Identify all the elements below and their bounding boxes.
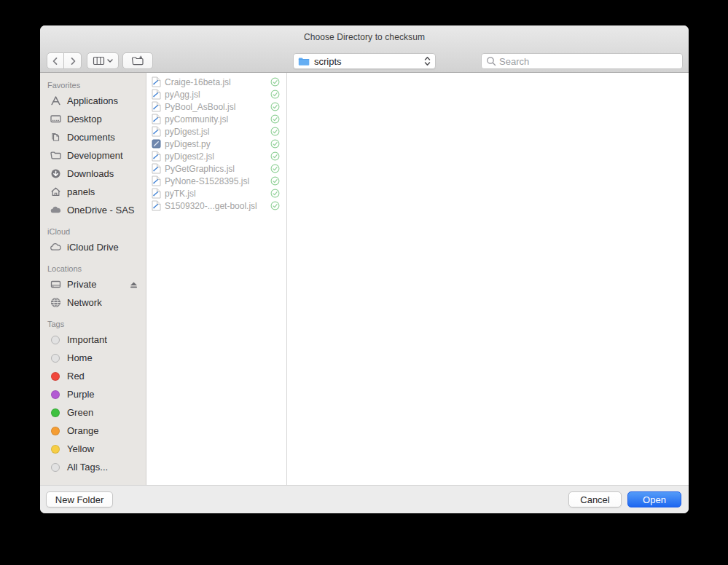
sidebar-item-label: Green [67, 407, 93, 418]
section-label: iCloud [40, 226, 146, 237]
chevron-left-icon [50, 55, 61, 67]
directory-popup-button[interactable]: scripts [293, 53, 436, 69]
sync-status-check-icon [270, 139, 280, 149]
sidebar-item-label: Home [67, 352, 93, 363]
eject-icon[interactable] [129, 280, 138, 289]
file-list-item[interactable]: PyBool_AsBool.jsl [146, 100, 286, 113]
choose-directory-dialog: Choose Directory to checksum [40, 25, 689, 513]
jsl-file-icon [152, 114, 161, 125]
sidebar-tag-all-tags[interactable]: All Tags... [40, 458, 146, 476]
sidebar-tag-important[interactable]: Important [40, 331, 146, 349]
folder-icon [298, 57, 310, 66]
up-down-chevrons-icon [423, 55, 431, 67]
sidebar-item-network[interactable]: Network [40, 293, 146, 312]
search-input[interactable] [499, 56, 678, 67]
search-icon [486, 56, 496, 66]
file-name: pyDigest2.jsl [165, 151, 270, 162]
tag-color-dot [51, 445, 60, 454]
new-folder-button[interactable]: New Folder [46, 491, 113, 507]
file-list-item[interactable]: pyDigest.jsl [146, 125, 286, 138]
file-name: S1509320-...get-bool.jsl [165, 201, 270, 211]
new-folder-toolbar-button[interactable] [122, 52, 153, 69]
file-list-item[interactable]: pyAgg.jsl [146, 88, 286, 100]
file-list-item[interactable]: S1509320-...get-bool.jsl [146, 199, 286, 212]
sidebar-item-label: OneDrive - SAS [67, 205, 134, 216]
sidebar: Favorites Applications Desktop Documents… [40, 73, 146, 485]
file-name: pyAgg.jsl [165, 90, 270, 100]
sidebar-item-label: Desktop [67, 114, 102, 125]
sync-status-check-icon [270, 127, 280, 136]
tag-color-dot [51, 354, 60, 363]
sync-status-check-icon [270, 114, 280, 124]
sidebar-item-development[interactable]: Development [40, 146, 146, 165]
dialog-header: Choose Directory to checksum [40, 25, 689, 73]
sidebar-item-panels[interactable]: panels [40, 183, 146, 201]
file-list-item[interactable]: pyTK.jsl [146, 187, 286, 199]
sidebar-section-favorites: Favorites Applications Desktop Documents… [40, 80, 146, 219]
hard-drive-icon [50, 278, 62, 291]
dialog-footer: New Folder Cancel Open [40, 485, 689, 513]
applications-icon [50, 95, 62, 107]
dialog-title: Choose Directory to checksum [40, 25, 689, 42]
home-icon [50, 186, 62, 198]
sidebar-tag-purple[interactable]: Purple [40, 385, 146, 403]
file-name: PyBool_AsBool.jsl [165, 102, 270, 112]
tag-color-dot [51, 336, 60, 344]
jsl-file-icon [152, 76, 161, 87]
file-list-item[interactable]: Craige-16beta.jsl [146, 76, 286, 88]
sidebar-item-private[interactable]: Private [40, 275, 146, 293]
sidebar-item-label: Applications [67, 95, 118, 106]
dialog-content: Favorites Applications Desktop Documents… [40, 73, 689, 485]
column-view-icon [93, 55, 105, 66]
folder-icon [50, 149, 62, 162]
selected-directory-label: scripts [314, 56, 423, 67]
file-name: Craige-16beta.jsl [165, 77, 270, 87]
cancel-button[interactable]: Cancel [568, 491, 622, 507]
file-name: pyDigest.py [165, 139, 270, 149]
tag-color-dot [51, 390, 60, 399]
jsl-file-icon [152, 163, 161, 174]
tag-color-dot [51, 427, 60, 435]
file-list-item[interactable]: PyNone-S1528395.jsl [146, 175, 286, 187]
sidebar-tag-orange[interactable]: Orange [40, 422, 146, 440]
directory-preview-column[interactable] [287, 73, 689, 485]
jsl-file-icon [152, 200, 161, 211]
sidebar-item-icloud-drive[interactable]: iCloud Drive [40, 238, 146, 256]
sidebar-item-downloads[interactable]: Downloads [40, 165, 146, 183]
section-label: Favorites [40, 80, 146, 90]
sync-status-check-icon [270, 164, 280, 173]
file-list-item[interactable]: pyDigest2.jsl [146, 150, 286, 162]
file-list-item[interactable]: PyGetGraphics.jsl [146, 162, 286, 175]
file-list-item[interactable]: pyCommunity.jsl [146, 113, 286, 125]
file-name: PyGetGraphics.jsl [165, 164, 270, 174]
view-mode-button[interactable] [87, 52, 119, 69]
back-button[interactable] [47, 52, 64, 69]
sync-status-check-icon [270, 77, 280, 87]
sidebar-section-locations: Locations Private Network [40, 264, 146, 312]
sidebar-item-onedrive[interactable]: OneDrive - SAS [40, 201, 146, 219]
chevron-right-icon [67, 55, 79, 67]
file-list-item[interactable]: pyDigest.py [146, 138, 286, 150]
sidebar-item-label: Network [67, 297, 102, 308]
file-name: pyTK.jsl [165, 189, 270, 199]
desktop-icon [50, 113, 62, 125]
sidebar-item-label: Orange [67, 425, 98, 436]
sidebar-item-documents[interactable]: Documents [40, 128, 146, 146]
file-name: PyNone-S1528395.jsl [165, 176, 270, 186]
sidebar-item-label: Red [67, 371, 85, 382]
sync-status-check-icon [270, 176, 280, 186]
sidebar-tag-green[interactable]: Green [40, 403, 146, 422]
sidebar-tag-yellow[interactable]: Yellow [40, 440, 146, 458]
jsl-file-icon [152, 175, 161, 186]
sidebar-item-applications[interactable]: Applications [40, 92, 146, 110]
sidebar-tag-red[interactable]: Red [40, 367, 146, 385]
sync-status-check-icon [270, 151, 280, 161]
open-button[interactable]: Open [627, 491, 681, 507]
tag-color-dot [51, 408, 60, 417]
forward-button[interactable] [64, 52, 82, 69]
sidebar-tag-home[interactable]: Home [40, 349, 146, 367]
sidebar-item-label: Yellow [67, 443, 94, 454]
section-label: Tags [40, 319, 146, 329]
sidebar-item-label: Development [67, 150, 123, 161]
sidebar-item-desktop[interactable]: Desktop [40, 110, 146, 128]
